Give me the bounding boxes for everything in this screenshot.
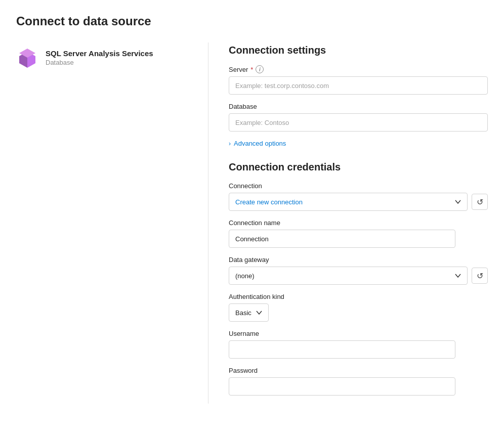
username-field-group: Username — [229, 330, 488, 359]
left-panel: SQL Server Analysis Services Database — [16, 42, 208, 404]
section-divider: Connection credentials — [229, 161, 488, 173]
connection-select[interactable]: Create new connection — [229, 193, 468, 211]
data-gateway-field-group: Data gateway (none) ↺ — [229, 256, 488, 285]
datasource-type: Database — [46, 59, 153, 66]
password-field-group: Password — [229, 367, 488, 396]
auth-kind-select[interactable]: Basic Windows OAuth — [229, 303, 269, 322]
content-area: SQL Server Analysis Services Database Co… — [16, 42, 488, 404]
data-gateway-refresh-button[interactable]: ↺ — [472, 268, 488, 284]
connection-label: Connection — [229, 182, 488, 190]
advanced-options-chevron: › — [229, 140, 231, 147]
data-gateway-label: Data gateway — [229, 256, 488, 264]
data-gateway-refresh-icon: ↺ — [477, 271, 483, 281]
advanced-options-toggle[interactable]: › Advanced options — [229, 140, 488, 147]
data-gateway-select[interactable]: (none) — [229, 267, 468, 285]
cube-icon — [16, 47, 38, 69]
database-input[interactable] — [229, 113, 488, 132]
datasource-text: SQL Server Analysis Services Database — [46, 49, 153, 66]
advanced-options-label: Advanced options — [234, 140, 286, 147]
connection-refresh-button[interactable]: ↺ — [472, 194, 488, 210]
connection-refresh-icon: ↺ — [477, 197, 483, 207]
server-field-group: Server * i — [229, 65, 488, 95]
username-input[interactable] — [229, 340, 455, 359]
right-panel: Connection settings Server * i Database — [208, 42, 488, 404]
connection-credentials-title: Connection credentials — [229, 161, 488, 173]
page-title: Connect to data source — [16, 14, 488, 28]
password-input[interactable] — [229, 377, 455, 396]
connection-settings-title: Connection settings — [229, 45, 488, 56]
connection-name-field-group: Connection name — [229, 219, 488, 248]
database-field-group: Database — [229, 103, 488, 132]
password-label: Password — [229, 367, 488, 374]
server-required-star: * — [250, 66, 253, 73]
connection-name-label: Connection name — [229, 219, 488, 227]
page-container: Connect to data source SQL S — [0, 0, 504, 420]
connection-name-input[interactable] — [229, 230, 455, 248]
data-gateway-dropdown-wrapper: (none) ↺ — [229, 267, 488, 285]
connection-dropdown-wrapper: Create new connection ↺ — [229, 193, 488, 211]
server-label: Server * i — [229, 65, 488, 73]
connection-field-group: Connection Create new connection ↺ — [229, 182, 488, 211]
server-info-icon[interactable]: i — [256, 65, 264, 73]
username-label: Username — [229, 330, 488, 337]
server-input[interactable] — [229, 76, 488, 95]
auth-kind-label: Authentication kind — [229, 293, 488, 300]
datasource-info: SQL Server Analysis Services Database — [16, 47, 192, 69]
datasource-name: SQL Server Analysis Services — [46, 49, 153, 58]
database-label: Database — [229, 103, 488, 110]
auth-kind-field-group: Authentication kind Basic Windows OAuth — [229, 293, 488, 322]
